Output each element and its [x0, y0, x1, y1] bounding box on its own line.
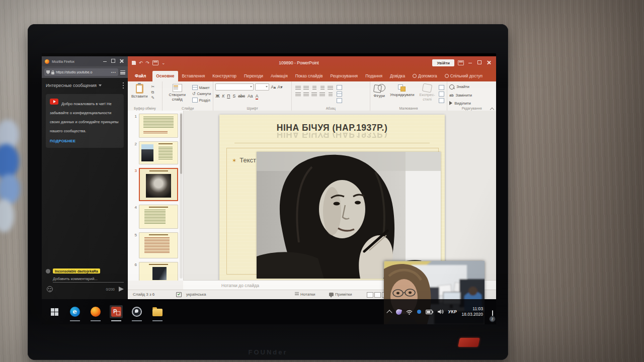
quick-styles-button[interactable]: Експрес-стилі [418, 83, 436, 105]
comment-input[interactable]: Добавить комментарий... [53, 277, 124, 283]
redo-icon[interactable]: ↷ [146, 61, 150, 65]
tab-slideshow[interactable]: Показ слайдів [292, 71, 327, 81]
shape-effects-icon[interactable] [439, 98, 444, 103]
font-name-box[interactable] [215, 83, 254, 90]
save-icon[interactable] [132, 61, 136, 65]
qat-customize-icon[interactable]: ⌄ [162, 61, 166, 65]
shrink-font-icon[interactable]: А▾ [277, 84, 282, 89]
spellcheck-icon[interactable] [176, 292, 182, 297]
taskbar-edge[interactable] [68, 305, 82, 318]
collapse-ribbon-icon[interactable] [491, 107, 494, 110]
chat-menu-icon[interactable] [123, 82, 124, 88]
font-size-box[interactable] [255, 83, 269, 90]
decrease-indent-icon[interactable] [312, 86, 316, 90]
section-button[interactable]: Розділ [192, 98, 211, 103]
menu-icon[interactable] [120, 70, 125, 74]
firefox-titlebar[interactable]: Mozilla Firefox [42, 56, 128, 66]
increase-indent-icon[interactable] [320, 86, 325, 90]
text-direction-icon[interactable] [337, 85, 342, 90]
more-link[interactable]: ПОДРОБНЕЕ [50, 139, 120, 143]
minimize-button[interactable] [102, 59, 108, 63]
paste-button[interactable]: Вставити [130, 83, 149, 105]
grow-font-icon[interactable]: А▴ [271, 84, 276, 89]
thumbnail-1[interactable]: 1 [131, 114, 178, 138]
powerpoint-titlebar[interactable]: ↶ ↷ ⌄ 109890 - PowerPoint Увійти [128, 56, 496, 69]
underline-button[interactable]: П [227, 94, 230, 99]
copy-icon[interactable]: ⧉ [151, 90, 154, 95]
language-switcher[interactable]: УКР [448, 309, 457, 314]
italic-button[interactable]: К [222, 94, 224, 99]
format-painter-icon[interactable]: ✎ [151, 96, 154, 100]
thumbnail-scrollbar[interactable] [180, 113, 183, 279]
clock[interactable]: 11:03 18.03.2020 [461, 306, 483, 318]
tab-transitions[interactable]: Переходи [240, 71, 267, 81]
undo-icon[interactable]: ↶ [139, 61, 143, 65]
tab-view[interactable]: Подання [362, 71, 386, 81]
thumbnail-5[interactable]: 5 [131, 232, 178, 258]
emoji-icon[interactable] [47, 286, 53, 292]
shapes-button[interactable]: Фігури [372, 83, 386, 105]
shadow-button[interactable]: S [232, 94, 235, 99]
ppt-close-button[interactable] [486, 60, 492, 65]
ribbon-options-icon[interactable] [458, 60, 464, 65]
cut-icon[interactable]: ✂ [151, 85, 154, 89]
action-center-button[interactable]: 2 [492, 311, 493, 320]
tab-insert[interactable]: Вставлення [179, 71, 209, 81]
shape-fill-icon[interactable] [439, 85, 444, 90]
tab-home[interactable]: Основне [152, 71, 178, 81]
ppt-maximize-button[interactable] [476, 60, 482, 65]
comments-button[interactable]: Примітки [329, 292, 352, 297]
page-actions-icon[interactable]: ••• [111, 70, 116, 74]
change-case-button[interactable]: Аа [248, 94, 253, 99]
bluetooth-icon[interactable] [417, 310, 421, 314]
shape-outline-icon[interactable] [439, 92, 444, 97]
slide[interactable]: НІНА БІЧУЯ (НАР.1937Р.) НІНА БІЧУЯ (НАР.… [219, 115, 445, 281]
bold-button[interactable]: Ж [215, 94, 219, 99]
volume-icon[interactable] [438, 309, 444, 314]
start-button[interactable] [48, 305, 61, 318]
close-button[interactable] [119, 59, 125, 64]
send-icon[interactable] [119, 287, 124, 292]
thumbnail-6[interactable]: 6 [131, 262, 178, 281]
tray-expand-icon[interactable] [386, 310, 392, 315]
reset-button[interactable]: ↺Скинути [192, 92, 211, 96]
bullets-icon[interactable] [295, 86, 301, 90]
columns-icon[interactable] [329, 93, 333, 97]
line-spacing-icon[interactable] [328, 86, 333, 90]
chevron-down-icon[interactable] [99, 84, 102, 86]
taskbar-powerpoint[interactable] [110, 305, 123, 318]
tab-design[interactable]: Конструктор [209, 71, 240, 81]
align-right-icon[interactable] [311, 93, 317, 97]
align-left-icon[interactable] [295, 93, 301, 97]
font-color-button[interactable]: А [256, 94, 259, 99]
chat-username[interactable]: Inconsolable daetojekaRa [53, 268, 100, 274]
arrange-button[interactable]: Упорядкувати [388, 83, 416, 105]
tray-app-icon[interactable] [395, 308, 402, 315]
tab-review[interactable]: Рецензування [327, 71, 362, 81]
replace-button[interactable]: abЗамінити [449, 93, 494, 98]
new-slide-button[interactable]: Створити слайд [165, 83, 190, 105]
tab-file[interactable]: Файл [130, 71, 152, 81]
taskbar-explorer[interactable] [151, 305, 164, 318]
address-bar[interactable]: https://studio.youtube.o ••• [44, 68, 118, 76]
tab-animations[interactable]: Анімація [267, 71, 291, 81]
avatar[interactable] [46, 269, 50, 274]
smartart-icon[interactable] [337, 98, 342, 103]
maximize-button[interactable] [110, 59, 116, 64]
tab-help[interactable]: Довідка [386, 71, 409, 81]
chat-header[interactable]: Интересные сообщения [46, 83, 97, 88]
thumbnail-3-selected[interactable]: 3 [131, 168, 178, 201]
select-button[interactable]: Виділити [449, 101, 494, 106]
slideshow-icon[interactable] [152, 60, 158, 65]
language-indicator[interactable]: українська [186, 292, 206, 297]
strikethrough-button[interactable]: abc [238, 94, 245, 99]
wifi-icon[interactable] [406, 309, 413, 315]
align-center-icon[interactable] [303, 93, 309, 97]
url-text[interactable]: https://studio.youtube.o [56, 70, 110, 74]
thumbnail-2[interactable]: 2 [131, 141, 178, 164]
numbering-icon[interactable] [303, 86, 309, 90]
notes-button[interactable]: Нотатки [295, 292, 315, 297]
taskbar-obs[interactable] [130, 305, 143, 318]
layout-button[interactable]: Макет [192, 85, 211, 90]
thumbnail-4[interactable]: 4 [131, 205, 178, 229]
